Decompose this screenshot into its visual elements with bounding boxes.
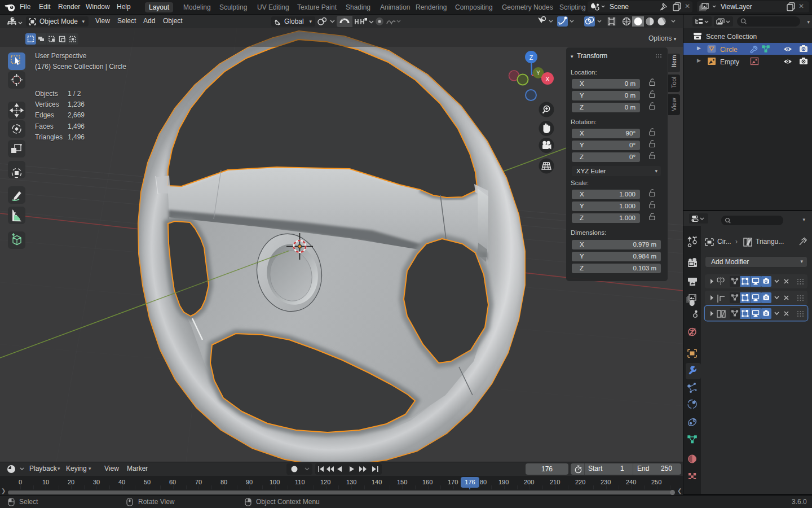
svg-text:Z: Z (529, 54, 533, 61)
svg-text:X: X (545, 76, 550, 82)
svg-text:Y: Y (536, 69, 540, 76)
